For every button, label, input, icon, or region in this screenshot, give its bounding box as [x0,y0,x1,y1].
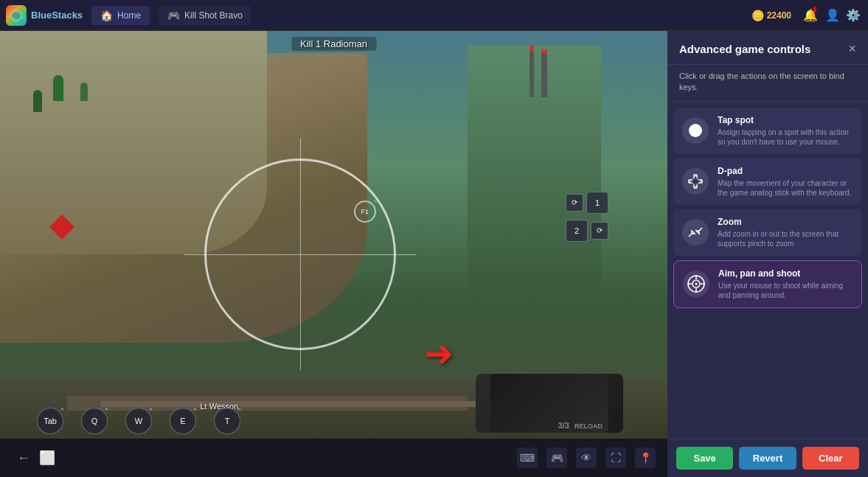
tab-close[interactable]: × [60,405,64,413]
dpad-text: D-pad Map the movement of your character… [718,166,853,198]
logo-icon [6,5,27,26]
top-bar: BlueStacks 🏠 Home 🎮 Kill Shot Bravo 🪙 22… [0,0,868,31]
brand-label: BlueStacks [31,10,83,21]
move-icon-1[interactable]: ⟳ [566,194,583,212]
keyboard-controls: × Tab × Q × W × E × T [37,408,240,434]
f1-label: F1 [361,208,369,215]
dpad-desc: Map the movement of your character or th… [718,178,853,198]
panel-title: Advanced game controls [679,43,810,55]
f1-target[interactable]: F1 × [354,201,376,223]
gun-display: 3/3 RELOAD [476,374,623,433]
game-tab-label: Kill Shot Bravo [184,10,243,21]
zoom-desc: Add zoom in or out to the screen that su… [718,229,853,248]
save-button[interactable]: Save [676,447,733,470]
controls-list: Tap spot Assign tapping on a spot with t… [667,102,868,439]
reload-label: RELOAD [574,422,603,430]
svg-point-2 [689,124,702,137]
controller-icon[interactable]: 🎮 [546,448,567,468]
aim-pan-shoot-text: Aim, pan and shoot Use your mouse to sho… [718,268,853,300]
profile-button[interactable]: 👤 [824,7,841,24]
panel-subtitle: Click or drag the actions on the screen … [667,65,868,102]
zoom-card[interactable]: Zoom Add zoom in or out to the screen th… [673,209,862,256]
revert-button[interactable]: Revert [739,447,796,470]
coins-value: 22400 [767,10,791,21]
game-bottom-bar: ← ⬜ ⌨ 🎮 👁 ⛶ 📍 [0,439,667,477]
t-key[interactable]: × T [214,408,240,434]
action-btn-1[interactable]: 1 [586,192,608,214]
dpad-title: D-pad [718,166,853,176]
home-button[interactable]: ⬜ [35,446,59,470]
action-buttons: ⟳ 1 2 ⟳ [566,192,608,242]
clear-button[interactable]: Clear [802,447,859,470]
dpad-icon [682,168,709,195]
panel-footer: Save Revert Clear [667,439,868,477]
main-area: Kill 1 Radioman F1 × ⟳ 1 2 ⟳ 3/3 [0,31,868,477]
zoom-text: Zoom Add zoom in or out to the screen th… [718,217,853,248]
e-close[interactable]: × [193,405,197,413]
ammo-display: 3/3 [558,421,569,430]
zoom-title: Zoom [718,217,853,227]
tap-spot-title: Tap spot [718,115,853,125]
aim-pan-shoot-card[interactable]: Aim, pan and shoot Use your mouse to sho… [673,260,862,308]
location-icon[interactable]: 📍 [635,448,656,468]
game-area: Kill 1 Radioman F1 × ⟳ 1 2 ⟳ 3/3 [0,31,667,477]
svg-point-12 [695,283,698,285]
home-tab-label: Home [117,10,141,21]
svg-point-5 [692,178,698,184]
e-key[interactable]: × E [170,408,196,434]
eye-icon[interactable]: 👁 [576,448,597,468]
w-close[interactable]: × [149,405,153,413]
zoom-icon [682,219,709,246]
q-close[interactable]: × [105,405,108,413]
tap-spot-desc: Assign tapping on a spot with this actio… [718,128,853,147]
dpad-card[interactable]: D-pad Map the movement of your character… [673,159,862,205]
tab-key[interactable]: × Tab [37,408,63,434]
panel-close-button[interactable]: × [848,41,856,57]
coins-display: 🪙 22400 [751,10,791,21]
home-tab[interactable]: 🏠 Home [91,6,150,25]
action-btn-2[interactable]: 2 [566,220,588,242]
objective-display: Kill 1 Radioman [291,37,376,51]
notification-dot [813,7,816,13]
settings-button[interactable]: ⚙️ [844,7,862,24]
bottom-game-icons: ⌨ 🎮 👁 ⛶ 📍 [517,448,656,468]
right-panel: Advanced game controls × Click or drag t… [667,31,868,477]
tap-spot-card[interactable]: Tap spot Assign tapping on a spot with t… [673,108,862,154]
panel-header: Advanced game controls × [667,31,868,65]
bluestacks-logo: BlueStacks [6,5,83,26]
red-arrow-indicator: ➜ [424,332,454,374]
notification-button[interactable]: 🔔 [803,7,821,24]
w-key[interactable]: × W [125,408,152,434]
q-key[interactable]: × Q [81,408,108,434]
fullscreen-icon[interactable]: ⛶ [605,448,626,468]
aim-pan-shoot-desc: Use your mouse to shoot while aiming and… [718,281,853,300]
aim-pan-shoot-title: Aim, pan and shoot [718,268,853,279]
tap-spot-icon [682,117,709,144]
coin-icon: 🪙 [751,10,764,21]
keyboard-icon[interactable]: ⌨ [517,448,538,468]
back-button[interactable]: ← [12,446,35,470]
tap-spot-text: Tap spot Assign tapping on a spot with t… [718,115,853,147]
t-close[interactable]: × [237,405,241,413]
aim-pan-shoot-icon [683,271,709,297]
svg-marker-1 [13,12,20,19]
game-tab[interactable]: 🎮 Kill Shot Bravo [159,6,251,25]
home-icon: 🏠 [100,10,113,21]
game-tab-icon: 🎮 [167,10,180,21]
move-icon-2[interactable]: ⟳ [591,222,608,240]
